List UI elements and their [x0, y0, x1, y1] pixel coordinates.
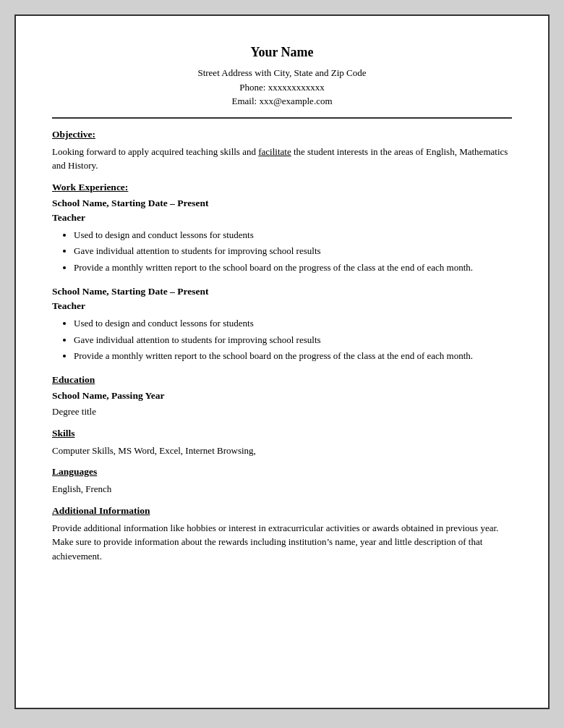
languages-title: Languages — [52, 466, 512, 478]
header-phone: Phone: xxxxxxxxxxxx — [52, 80, 512, 95]
education-title: Education — [52, 374, 512, 386]
job2-role: Teacher — [52, 300, 512, 312]
work-experience-section: Work Experience: School Name, Starting D… — [52, 182, 512, 365]
resume-page: Your Name Street Address with City, Stat… — [14, 14, 550, 709]
job2-bullets: Used to design and conduct lessons for s… — [74, 316, 512, 364]
additional-info-text: Provide additional information like hobb… — [52, 521, 512, 564]
underline-facilitate: facilitate — [258, 146, 291, 157]
additional-info-section: Additional Information Provide additiona… — [52, 505, 512, 564]
education-degree: Degree title — [52, 405, 512, 419]
header-section: Your Name Street Address with City, Stat… — [52, 45, 512, 109]
job1-bullets: Used to design and conduct lessons for s… — [74, 228, 512, 276]
additional-info-title: Additional Information — [52, 505, 512, 517]
job2-bullet-3: Provide a monthly written report to the … — [74, 349, 512, 364]
resume-name: Your Name — [52, 45, 512, 60]
job1-bullet-2: Gave individual attention to students fo… — [74, 244, 512, 259]
header-email: Email: xxx@example.com — [52, 94, 512, 109]
skills-text: Computer Skills, MS Word, Excel, Interne… — [52, 444, 512, 458]
job-block-2: School Name, Starting Date – Present Tea… — [52, 286, 512, 364]
job2-bullet-1: Used to design and conduct lessons for s… — [74, 316, 512, 331]
job2-bullet-2: Gave individual attention to students fo… — [74, 333, 512, 348]
languages-section: Languages English, French — [52, 466, 512, 496]
skills-section: Skills Computer Skills, MS Word, Excel, … — [52, 428, 512, 458]
work-experience-title: Work Experience: — [52, 182, 512, 193]
job2-school-date: School Name, Starting Date – Present — [52, 286, 512, 297]
job1-school-date: School Name, Starting Date – Present — [52, 198, 512, 209]
education-school-year: School Name, Passing Year — [52, 390, 512, 402]
header-address: Street Address with City, State and Zip … — [52, 66, 512, 80]
objective-section: Objective: Looking forward to apply acqu… — [52, 129, 512, 173]
job1-bullet-3: Provide a monthly written report to the … — [74, 261, 512, 276]
job-block-1: School Name, Starting Date – Present Tea… — [52, 198, 512, 276]
skills-title: Skills — [52, 428, 512, 439]
languages-text: English, French — [52, 482, 512, 496]
objective-text: Looking forward to apply acquired teachi… — [52, 145, 512, 173]
job1-role: Teacher — [52, 212, 512, 224]
header-divider — [52, 117, 512, 119]
education-section: Education School Name, Passing Year Degr… — [52, 374, 512, 419]
job1-bullet-1: Used to design and conduct lessons for s… — [74, 228, 512, 243]
objective-title: Objective: — [52, 129, 512, 140]
